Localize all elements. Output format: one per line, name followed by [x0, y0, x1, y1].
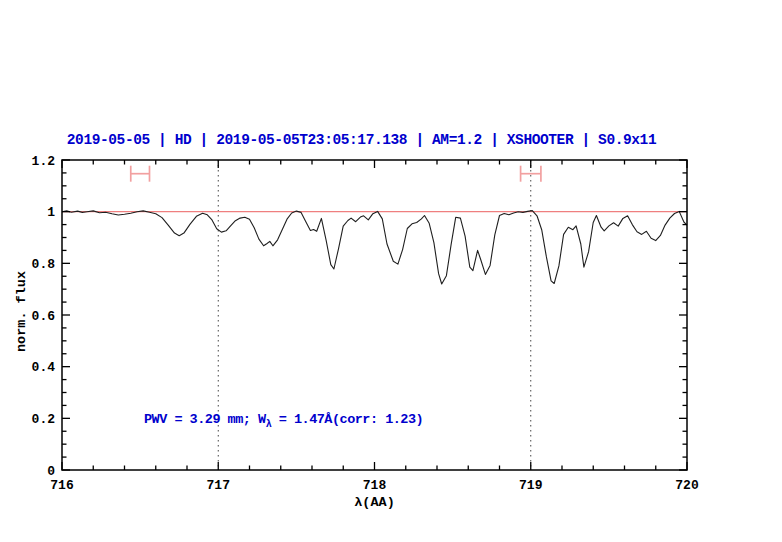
y-axis-label: norm. flux [14, 267, 29, 357]
pwv-annotation: PWV = 3.29 mm; Wλ = 1.47Å(corr: 1.23) [144, 412, 423, 430]
x-tick-label: 718 [363, 478, 387, 493]
y-tick-label: 0.6 [32, 309, 56, 324]
y-tick-label: 1 [47, 205, 55, 220]
plot-area: 71671771871972000.20.40.60.811.2 [0, 0, 782, 542]
x-tick-label: 717 [207, 478, 230, 493]
y-tick-label: 0.4 [32, 360, 56, 375]
y-tick-label: 0.8 [32, 257, 56, 272]
pwv-annotation-post: = 1.47Å(corr: 1.23) [271, 412, 423, 427]
spectrum-plot-canvas: 2019-05-05 | HD | 2019-05-05T23:05:17.13… [0, 0, 782, 542]
x-axis-label: λ(AA) [287, 495, 462, 510]
x-tick-label: 716 [50, 478, 74, 493]
y-tick-label: 1.2 [32, 154, 56, 169]
y-tick-label: 0 [47, 464, 55, 479]
pwv-annotation-pre: PWV = 3.29 mm; W [144, 412, 266, 427]
x-tick-label: 720 [675, 478, 699, 493]
y-tick-label: 0.2 [32, 412, 56, 427]
spectrum-line [62, 211, 687, 284]
x-tick-label: 719 [519, 478, 543, 493]
